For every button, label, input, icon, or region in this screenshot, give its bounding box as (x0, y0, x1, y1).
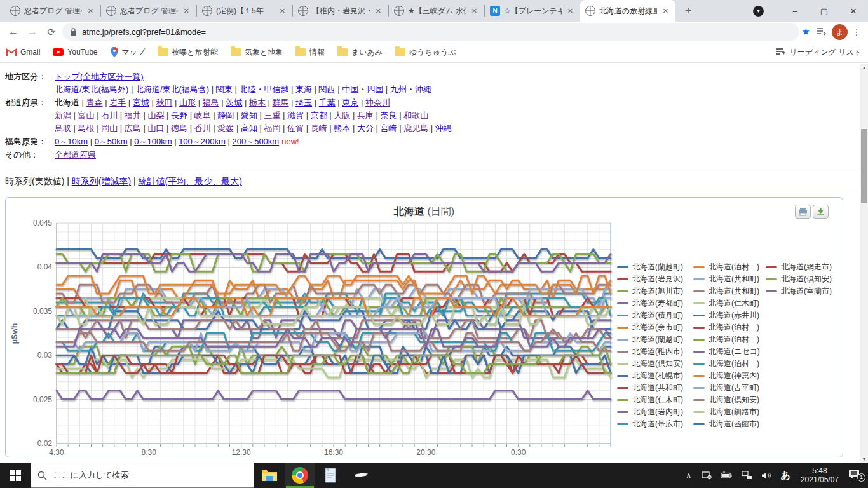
nav-link[interactable]: 群馬 (272, 98, 288, 107)
reload-button[interactable]: ⟳ (43, 24, 60, 40)
browser-menu-button[interactable]: ⋮ (850, 27, 863, 37)
taskbar-chrome[interactable] (285, 463, 315, 488)
scrollbar-thumb[interactable] (861, 129, 867, 203)
nav-link[interactable]: 千葉 (319, 98, 336, 107)
nav-link[interactable]: 長崎 (311, 123, 327, 133)
nav-link[interactable]: 福島 (203, 98, 219, 107)
bookmark-folder[interactable]: 情報 (295, 47, 325, 58)
tray-chevron-icon[interactable]: ∧ (681, 471, 696, 480)
bookmark-youtube[interactable]: YouTube (53, 48, 97, 57)
nav-link[interactable]: 岐阜 (194, 111, 211, 120)
legend-item[interactable]: 北海道(蘭越町) (617, 261, 683, 273)
nav-link[interactable]: 岡山 (101, 123, 118, 133)
nav-link[interactable]: 100～200km (179, 137, 226, 146)
nav-link[interactable]: 関東 (216, 85, 233, 94)
nav-link[interactable]: 愛知 (241, 111, 257, 120)
legend-item[interactable]: 北海道(蘭越町) (617, 334, 683, 346)
legend-item[interactable]: 北海道(積丹町) (617, 309, 683, 322)
legend-item[interactable]: 北海道(仁木町) (693, 297, 760, 309)
legend-item[interactable]: 北海道(網走市) (766, 261, 832, 273)
legend-item[interactable]: 北海道(仁木町) (617, 394, 683, 406)
browser-tab[interactable]: 忍者ブログ 管理ペ-✕ (5, 0, 100, 22)
nav-link[interactable]: 神奈川 (365, 98, 390, 107)
browser-tab[interactable]: 忍者ブログ 管理ペ-✕ (101, 0, 196, 22)
tray-network-icon[interactable] (737, 471, 757, 480)
nav-link[interactable]: 宮崎 (381, 123, 397, 133)
legend-item[interactable]: 北海道(泊村 ) (693, 334, 760, 346)
address-bar[interactable]: atmc.jp/prefs.cgi?pref=01&mode= (62, 23, 799, 41)
nav-link[interactable]: 栃木 (249, 98, 266, 107)
tab-close-icon[interactable]: ✕ (374, 6, 383, 16)
nav-link[interactable]: 中国・四国 (342, 85, 383, 94)
scroll-up-arrow[interactable]: ▲ (860, 64, 868, 71)
legend-item[interactable]: 北海道(岩見沢) (617, 273, 683, 285)
nav-link[interactable]: 熊本 (334, 123, 350, 133)
tab-search-button[interactable]: ▾ (753, 6, 764, 17)
browser-tab[interactable]: N☆【プレーンテキスト✕ (485, 0, 580, 22)
nav-link[interactable]: 徳島 (171, 123, 187, 133)
legend-item[interactable]: 北海道(古平町) (693, 382, 760, 394)
maximize-button[interactable]: ▢ (810, 0, 839, 22)
nav-link[interactable]: 九州・沖縄 (390, 85, 431, 94)
nav-link[interactable]: 沖縄 (435, 123, 452, 133)
nav-link[interactable]: 北海道/東北(福島含) (135, 85, 209, 94)
taskbar-clock[interactable]: 5:48 2021/05/07 (796, 466, 844, 484)
page-scrollbar[interactable]: ▲ ▼ (860, 64, 868, 463)
nav-link[interactable]: 福井 (125, 111, 141, 120)
nav-link[interactable]: 東海 (295, 85, 312, 94)
legend-item[interactable]: 北海道(神恵内) (693, 370, 760, 382)
nav-link[interactable]: 岩手 (109, 98, 126, 107)
tab-close-icon[interactable]: ✕ (278, 6, 287, 16)
legend-item[interactable]: 北海道(共和町) (617, 382, 683, 394)
tab-close-icon[interactable]: ✕ (86, 6, 95, 16)
nav-link[interactable]: 福岡 (264, 123, 280, 133)
nav-link[interactable]: 大分 (357, 123, 374, 133)
browser-tab[interactable]: 【稚内・岩見沢・函✕ (293, 0, 388, 22)
tab-close-icon[interactable]: ✕ (182, 6, 191, 16)
taskbar-notepad[interactable] (315, 463, 346, 488)
legend-item[interactable]: 北海道(余市町) (617, 322, 683, 334)
legend-item[interactable]: 北海道(旭川市) (617, 285, 683, 297)
nav-link[interactable]: 広島 (125, 123, 141, 133)
nav-link[interactable]: 和歌山 (403, 111, 428, 120)
nav-link[interactable]: 奈良 (381, 111, 397, 120)
taskbar-pen-app[interactable] (346, 463, 376, 488)
bookmark-gmail[interactable]: Gmail (6, 48, 40, 57)
forward-button[interactable]: → (24, 24, 41, 40)
minimize-button[interactable]: – (780, 0, 810, 22)
nav-link[interactable]: 佐賀 (287, 123, 304, 133)
nav-link[interactable]: 滋賀 (287, 111, 304, 120)
legend-item[interactable]: 北海道(稚内市) (617, 346, 683, 358)
browser-tab[interactable]: (定例)【１5年✕ (197, 0, 292, 22)
nav-link[interactable]: 愛媛 (217, 123, 234, 133)
reading-list-button[interactable]: リーディング リスト (776, 47, 862, 58)
tray-tablet-icon[interactable] (696, 471, 716, 480)
view-tab-link[interactable]: 時系列(増減率) (72, 176, 131, 186)
nav-link[interactable]: 京都 (311, 111, 327, 120)
legend-item[interactable]: 北海道(共和町) (693, 273, 760, 285)
nav-link[interactable]: 秋田 (156, 98, 172, 107)
nav-link[interactable]: 高知 (241, 123, 257, 133)
bookmark-star-icon[interactable]: ★ (802, 26, 810, 37)
scroll-down-arrow[interactable]: ▼ (860, 455, 868, 463)
nav-link[interactable]: 青森 (86, 98, 103, 107)
taskbar-explorer[interactable] (254, 463, 285, 488)
legend-item[interactable]: 北海道(赤井川) (693, 309, 760, 322)
start-button[interactable] (0, 463, 31, 488)
tab-close-icon[interactable]: ✕ (470, 6, 479, 16)
legend-item[interactable]: 北海道(帯広市) (617, 418, 683, 430)
nav-link[interactable]: 島根 (78, 123, 95, 133)
legend-item[interactable]: 北海道(寿都町) (617, 297, 683, 309)
legend-item[interactable]: 北海道(泊村 ) (693, 322, 760, 334)
tab-close-icon[interactable]: ✕ (661, 6, 670, 16)
nav-link[interactable]: 茨城 (226, 98, 242, 107)
nav-link[interactable]: 北海道/東北(福島外) (55, 85, 128, 94)
nav-link[interactable]: 静岡 (217, 111, 234, 120)
nav-link[interactable]: 新潟 (55, 111, 71, 120)
legend-item[interactable]: 北海道(共和町) (693, 285, 760, 297)
legend-item[interactable]: 北海道(釧路市) (693, 406, 760, 418)
bookmark-maps[interactable]: マップ (111, 47, 146, 58)
nav-link[interactable]: 埼玉 (295, 98, 312, 107)
browser-tab[interactable]: ★【三峡ダム 水位✕ (389, 0, 484, 22)
nav-link[interactable]: 関西 (319, 85, 336, 94)
